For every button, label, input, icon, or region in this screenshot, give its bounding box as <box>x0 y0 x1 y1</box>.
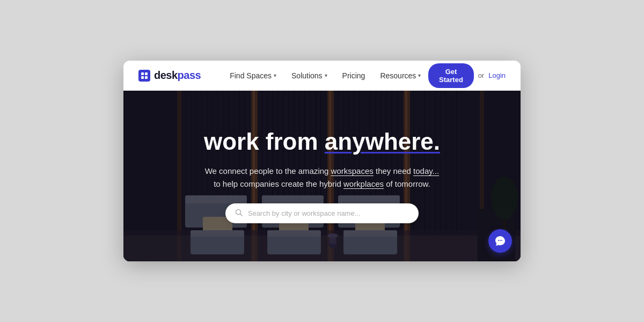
nav-pricing[interactable]: Pricing <box>335 67 373 84</box>
nav-find-spaces[interactable]: Find Spaces ▾ <box>222 67 284 84</box>
chat-button[interactable] <box>488 229 512 253</box>
search-bar[interactable] <box>225 203 419 223</box>
svg-rect-2 <box>141 76 144 79</box>
chevron-down-icon: ▾ <box>274 72 276 78</box>
svg-rect-0 <box>141 72 144 75</box>
logo[interactable]: deskpass <box>138 69 201 82</box>
hero-section: work from anywhere. We connect people to… <box>123 91 521 261</box>
navbar: deskpass Find Spaces ▾ Solutions ▾ Prici… <box>123 61 521 91</box>
svg-rect-3 <box>145 76 148 79</box>
chat-icon <box>494 235 506 247</box>
or-text: or <box>478 71 485 79</box>
hero-subtitle: We connect people to the amazing workspa… <box>204 165 440 191</box>
chevron-down-icon: ▾ <box>325 72 327 78</box>
browser-window: deskpass Find Spaces ▾ Solutions ▾ Prici… <box>123 61 521 261</box>
nav-resources[interactable]: Resources ▾ <box>372 67 428 84</box>
logo-icon <box>138 70 150 82</box>
hero-title-highlight: anywhere. <box>325 128 440 155</box>
hero-content: work from anywhere. We connect people to… <box>193 118 451 233</box>
svg-rect-1 <box>145 72 148 75</box>
svg-point-102 <box>500 240 501 241</box>
get-started-button[interactable]: Get Started <box>428 63 473 88</box>
login-link[interactable]: Login <box>488 71 506 79</box>
logo-text: deskpass <box>154 69 201 82</box>
hero-title: work from anywhere. <box>204 129 440 155</box>
nav-solutions[interactable]: Solutions ▾ <box>284 67 335 84</box>
search-icon <box>235 209 243 218</box>
nav-links: Find Spaces ▾ Solutions ▾ Pricing Resour… <box>222 67 428 84</box>
svg-line-100 <box>240 214 242 216</box>
nav-right: Get Started or Login <box>428 63 506 88</box>
search-input[interactable] <box>248 209 409 217</box>
svg-point-103 <box>501 240 502 241</box>
chevron-down-icon: ▾ <box>418 72 421 78</box>
svg-point-101 <box>498 240 499 241</box>
